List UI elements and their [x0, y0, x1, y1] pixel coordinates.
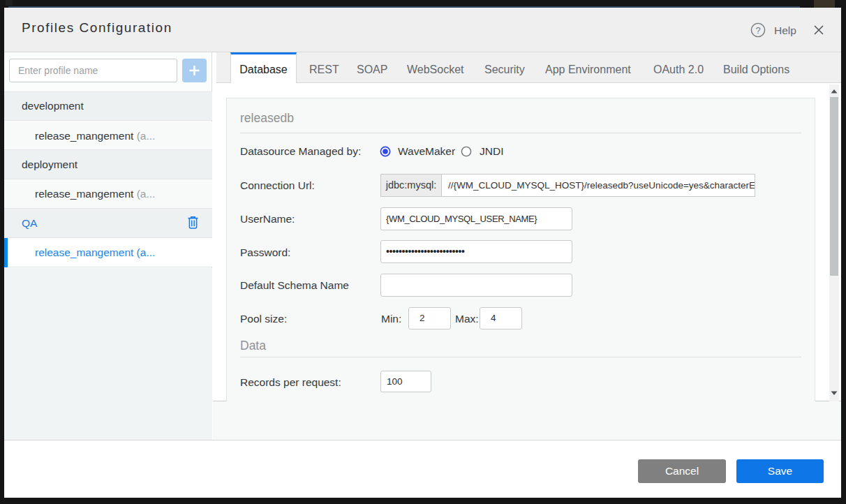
- svg-text:?: ?: [755, 25, 760, 36]
